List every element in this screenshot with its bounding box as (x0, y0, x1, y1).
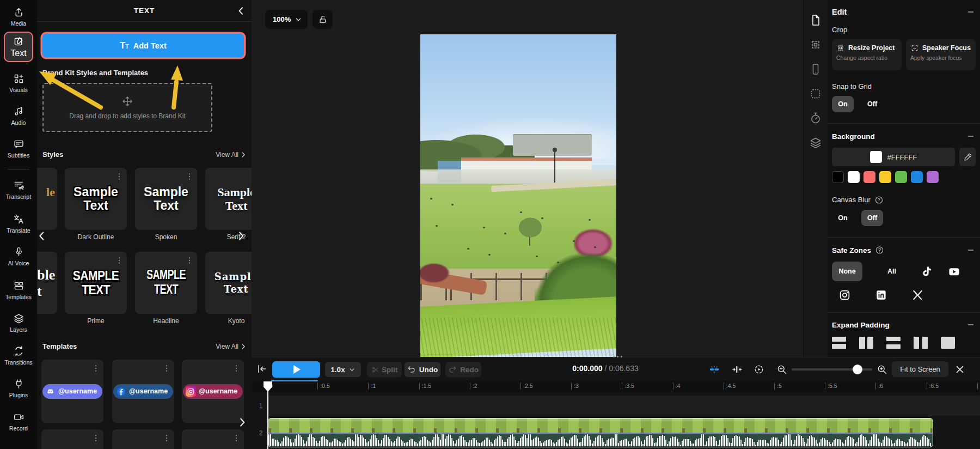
loop-playback-button[interactable] (752, 363, 765, 376)
canvas-blur-toggle-off[interactable]: Off (861, 210, 883, 226)
safe-zone-all-button[interactable]: All (877, 262, 907, 281)
style-card-kyoto[interactable]: SampleTextKyoto (205, 252, 252, 325)
padding-option-vertical-bars[interactable] (859, 337, 873, 349)
sidebar-item-subtitles[interactable]: Subtitles (0, 138, 37, 159)
background-color-input[interactable]: #FFFFFF (832, 148, 955, 166)
template-card-facebook[interactable]: @username (112, 360, 174, 423)
template-card[interactable] (112, 429, 174, 449)
sidebar-item-transcript[interactable]: Transcript (0, 180, 37, 200)
color-swatch-fbcb27[interactable] (879, 171, 891, 183)
template-card[interactable] (41, 429, 103, 449)
template-card[interactable] (182, 429, 244, 449)
timeline-zoom-out-button[interactable] (775, 363, 788, 376)
color-swatch-1d86df[interactable] (911, 171, 923, 183)
video-clip[interactable] (268, 418, 933, 447)
sidebar-item-plugins[interactable]: Plugins (0, 378, 37, 398)
close-gaps-button[interactable] (731, 363, 744, 376)
zoom-level-dropdown[interactable]: 100% (265, 10, 308, 29)
sidebar-item-translate[interactable]: Translate (0, 214, 37, 234)
style-card-spoken[interactable]: SampleTextSpoken (135, 168, 197, 241)
brand-kit-dropzone[interactable]: Drag and drop to add styles to Brand Kit (42, 83, 212, 132)
eyedropper-button[interactable] (959, 148, 976, 166)
color-swatch-000000[interactable] (832, 171, 844, 183)
color-swatch-ffffff[interactable] (848, 171, 860, 183)
unlock-button[interactable] (313, 10, 333, 29)
snap-to-grid-toggle-on[interactable]: On (832, 96, 854, 112)
sidebar-item-transitions[interactable]: Transitions (0, 345, 37, 366)
style-card-dark-outline[interactable]: SampleTextDark Outline (65, 168, 127, 241)
more-options-icon[interactable] (232, 433, 241, 444)
more-options-icon[interactable] (162, 433, 171, 444)
more-options-icon[interactable] (91, 433, 100, 444)
sidebar-item-media[interactable]: Media (0, 7, 37, 27)
collapse-panel-icon[interactable] (235, 5, 247, 17)
timeline-zoom-slider[interactable] (792, 368, 872, 371)
playback-speed-dropdown[interactable]: 1.0x (325, 362, 361, 377)
fit-to-screen-button[interactable]: Fit to Screen (892, 361, 948, 377)
templates-carousel-next[interactable] (235, 415, 249, 429)
sidebar-item-ai-voice[interactable]: AI Voice (0, 246, 37, 266)
templates-view-all-link[interactable]: View All (216, 343, 247, 350)
more-options-icon[interactable] (185, 171, 194, 182)
style-card-partial[interactable]: ble t (37, 252, 57, 314)
safe-zone-x-icon[interactable] (911, 289, 924, 301)
timeline-resize-handle[interactable] (610, 354, 625, 359)
resize-canvas-icon[interactable] (808, 38, 823, 52)
safe-zone-tiktok-icon[interactable] (921, 265, 934, 278)
collapse-section-icon[interactable] (966, 320, 976, 330)
padding-option-horizontal-split[interactable] (886, 337, 901, 349)
layers-panel-icon[interactable] (808, 136, 823, 150)
sidebar-item-audio[interactable]: Audio (0, 106, 37, 126)
redo-button[interactable]: Redo (445, 362, 481, 377)
play-button[interactable] (272, 361, 320, 378)
canvas-blur-toggle-on[interactable]: On (832, 210, 854, 226)
timing-icon[interactable] (808, 111, 823, 125)
sidebar-item-record[interactable]: Record (0, 411, 37, 432)
resize-project-button[interactable]: Resize ProjectChange aspect ratio (832, 39, 902, 70)
add-text-button[interactable]: TT Add Text (42, 34, 244, 57)
collapse-section-icon[interactable] (966, 245, 976, 255)
more-options-icon[interactable] (115, 255, 124, 266)
template-card-instagram[interactable]: @username (182, 360, 244, 423)
undo-button[interactable]: Undo (405, 362, 440, 377)
canvas-options-icon[interactable] (808, 87, 823, 101)
styles-carousel-prev[interactable] (37, 229, 49, 243)
canvas-area[interactable]: 100% (252, 0, 803, 360)
timeline-zoom-in-button[interactable] (875, 363, 889, 376)
split-button[interactable]: Split (367, 362, 402, 377)
project-settings-icon[interactable] (808, 13, 823, 27)
video-preview[interactable] (420, 34, 616, 357)
sidebar-item-layers[interactable]: Layers (0, 313, 37, 333)
aspect-ratio-icon[interactable] (808, 62, 823, 76)
color-swatch-fa6e6e[interactable] (863, 171, 875, 183)
snap-to-grid-toggle-off[interactable]: Off (861, 96, 883, 112)
help-icon[interactable] (874, 195, 884, 204)
sidebar-item-visuals[interactable]: Visuals (0, 73, 37, 93)
speaker-focus-button[interactable]: Speaker FocusApply speaker focus (906, 39, 976, 70)
styles-view-all-link[interactable]: View All (216, 151, 247, 159)
close-timeline-icon[interactable] (953, 362, 967, 377)
timeline-ruler[interactable]: 0:0.5:1:1.5:2:2.5:3:3.5:4:4.5:5:5.5:6:6.… (252, 380, 980, 392)
safe-zone-youtube-icon[interactable] (948, 265, 960, 278)
style-card-partial[interactable]: le (37, 168, 57, 230)
more-options-icon[interactable] (91, 363, 100, 374)
style-card-headline[interactable]: SAMPLETEXTHeadline (135, 252, 197, 325)
more-options-icon[interactable] (115, 171, 124, 182)
sidebar-item-templates[interactable]: Templates (0, 280, 37, 300)
padding-option-vertical-split[interactable] (914, 337, 928, 349)
collapse-section-icon[interactable] (966, 131, 976, 141)
safe-zone-linkedin-icon[interactable] (875, 289, 887, 301)
snap-magnet-toggle[interactable] (708, 363, 721, 376)
color-swatch-67bd4d[interactable] (895, 171, 907, 183)
more-options-icon[interactable] (162, 363, 171, 374)
skip-to-start-button[interactable] (255, 362, 269, 376)
more-options-icon[interactable] (232, 363, 241, 374)
color-swatch-af6bd3[interactable] (927, 171, 939, 183)
styles-carousel-next[interactable] (234, 229, 248, 243)
safe-zone-instagram-icon[interactable] (838, 289, 851, 301)
style-card-prime[interactable]: SAMPLETEXTPrime (65, 252, 127, 325)
padding-option-horizontal-bars[interactable] (832, 337, 846, 349)
collapse-section-icon[interactable] (966, 7, 976, 17)
template-card-discord[interactable]: @username (41, 360, 103, 423)
more-options-icon[interactable] (185, 255, 194, 266)
